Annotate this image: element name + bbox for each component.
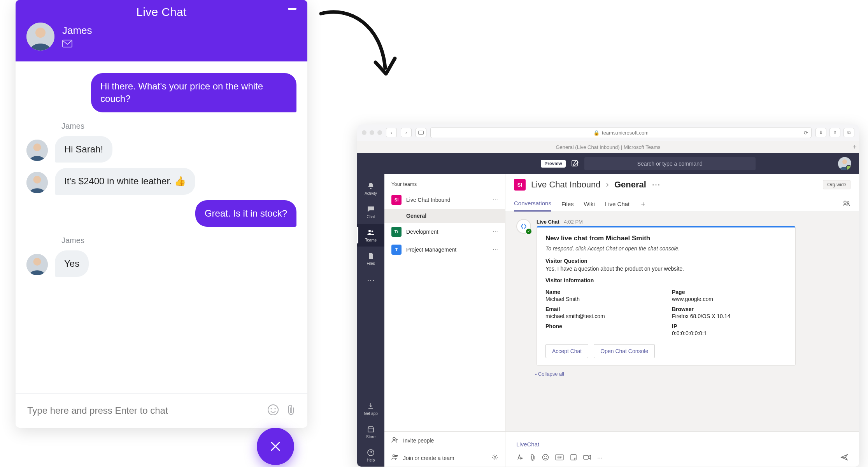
- card-actions: Accept Chat Open Chat Console: [545, 344, 787, 358]
- team-row-project[interactable]: T Project Management ⋯: [384, 241, 505, 259]
- window-controls[interactable]: [362, 130, 382, 135]
- add-tab-button[interactable]: ＋: [640, 199, 647, 208]
- svg-point-22: [393, 455, 395, 457]
- incoming-group: Hi Sarah!: [26, 136, 296, 163]
- rail-getapp[interactable]: Get app: [357, 397, 384, 420]
- svg-point-6: [33, 176, 41, 184]
- label-phone: Phone: [545, 323, 660, 329]
- address-bar[interactable]: 🔒 teams.microsoft.com ⟳: [430, 127, 812, 138]
- compose-icon[interactable]: [571, 159, 579, 168]
- more-icon[interactable]: ⋯: [597, 455, 603, 461]
- rail-store[interactable]: Store: [357, 421, 384, 443]
- label-name: Name: [545, 289, 660, 295]
- svg-point-29: [546, 457, 547, 457]
- meet-icon[interactable]: [583, 455, 591, 461]
- breadcrumb-channel[interactable]: General: [614, 180, 646, 190]
- min-dot[interactable]: [370, 130, 374, 135]
- close-dot[interactable]: [362, 130, 366, 135]
- chat-input[interactable]: [26, 405, 259, 416]
- value-ip: 0:0:0:0:0:0:0:1: [672, 330, 787, 336]
- message-thread[interactable]: ✓ Live Chat 4:02 PM New live chat from M…: [505, 212, 859, 431]
- members-icon[interactable]: [843, 200, 850, 208]
- composer-toolbar: GIF ⋯: [516, 454, 848, 462]
- max-dot[interactable]: [377, 130, 382, 135]
- team-row-livechat[interactable]: SI Live Chat Inbound ⋯: [384, 191, 505, 209]
- forward-button[interactable]: ›: [401, 128, 412, 137]
- gear-icon[interactable]: [492, 454, 498, 462]
- emoji-icon[interactable]: [542, 454, 549, 462]
- sticker-icon[interactable]: [570, 454, 577, 462]
- team-row-development[interactable]: Tt Development ⋯: [384, 223, 505, 241]
- svg-point-18: [372, 230, 374, 232]
- share-icon[interactable]: ⇪: [829, 128, 840, 137]
- value-phone: [545, 330, 660, 336]
- arrow-icon: [315, 4, 401, 93]
- download-icon[interactable]: ⬇: [815, 128, 826, 137]
- format-icon[interactable]: [516, 454, 523, 462]
- attach-icon[interactable]: [530, 454, 536, 462]
- teams-top-bar: Preview Search or type a command: [357, 153, 859, 174]
- value-name: Michael Smith: [545, 296, 660, 302]
- new-tab-button[interactable]: +: [852, 143, 857, 151]
- tab-livechat[interactable]: Live Chat: [605, 197, 630, 211]
- chat-input-row: [16, 393, 307, 428]
- more-icon[interactable]: ⋯: [652, 180, 660, 190]
- rail-teams[interactable]: Teams: [357, 224, 384, 247]
- back-button[interactable]: ‹: [386, 128, 397, 137]
- chat-title: Live Chat: [26, 5, 296, 19]
- rail-chat[interactable]: Chat: [357, 201, 384, 223]
- svg-point-28: [544, 457, 545, 457]
- channel-general[interactable]: General: [384, 209, 505, 223]
- breadcrumb-team[interactable]: Live Chat Inbound: [531, 180, 601, 190]
- org-wide-badge: Org-wide: [823, 180, 850, 189]
- team-more-icon[interactable]: ⋯: [493, 247, 498, 253]
- mail-icon[interactable]: [62, 40, 92, 49]
- tabs-icon[interactable]: ⧉: [843, 128, 854, 137]
- rail-more[interactable]: ⋯: [367, 271, 375, 289]
- accept-chat-button[interactable]: Accept Chat: [545, 344, 588, 358]
- team-icon: T: [391, 245, 402, 255]
- chat-body: Hi there. What's your price on the white…: [16, 61, 307, 393]
- reload-icon[interactable]: ⟳: [804, 130, 808, 136]
- rail-label: Files: [366, 261, 375, 266]
- send-icon[interactable]: [840, 454, 848, 462]
- store-icon: [367, 425, 375, 433]
- join-create-team[interactable]: Join or create a team: [384, 449, 505, 467]
- teams-main: Activity Chat Teams Files ⋯ Get app: [357, 174, 859, 467]
- live-chat-widget: Live Chat James Hi there. What's your pr…: [16, 0, 307, 428]
- tab-conversations[interactable]: Conversations: [514, 196, 551, 212]
- svg-text:GIF: GIF: [557, 456, 562, 459]
- invite-people[interactable]: Invite people: [384, 432, 505, 449]
- channel-tabs: Conversations Files Wiki Live Chat ＋: [514, 196, 850, 212]
- sidebar-button[interactable]: [416, 128, 426, 137]
- tab-files[interactable]: Files: [561, 197, 574, 211]
- browser-tab-title[interactable]: General (Live Chat Inbound) | Microsoft …: [556, 144, 660, 150]
- gif-icon[interactable]: GIF: [555, 454, 564, 462]
- attachment-icon[interactable]: [286, 404, 296, 418]
- emoji-icon[interactable]: [267, 404, 279, 418]
- rail-files[interactable]: Files: [357, 247, 384, 270]
- tab-wiki[interactable]: Wiki: [584, 197, 595, 211]
- svg-rect-19: [368, 428, 374, 432]
- svg-point-4: [33, 143, 41, 151]
- search-placeholder: Search or type a command: [637, 161, 703, 167]
- close-chat-fab[interactable]: [257, 428, 294, 465]
- person-icon: [26, 23, 54, 51]
- rail-activity[interactable]: Activity: [357, 177, 384, 200]
- teams-icon: [367, 229, 375, 236]
- team-more-icon[interactable]: ⋯: [493, 197, 498, 203]
- url-text: teams.microsoft.com: [602, 130, 649, 136]
- reply-field[interactable]: LiveChat: [516, 436, 848, 454]
- search-input[interactable]: Search or type a command: [584, 157, 756, 170]
- post-card: New live chat from Michael Smith To resp…: [537, 226, 796, 366]
- minimize-button[interactable]: [288, 8, 296, 10]
- collapse-all[interactable]: Collapse all: [535, 371, 848, 377]
- svg-point-10: [271, 408, 272, 409]
- profile-avatar[interactable]: [838, 157, 851, 170]
- label-browser: Browser: [672, 306, 787, 312]
- team-more-icon[interactable]: ⋯: [493, 229, 498, 235]
- open-console-button[interactable]: Open Chat Console: [594, 344, 655, 358]
- value-page: www.google.com: [672, 296, 787, 302]
- invite-icon: [391, 436, 398, 444]
- rail-help[interactable]: Help: [357, 444, 384, 467]
